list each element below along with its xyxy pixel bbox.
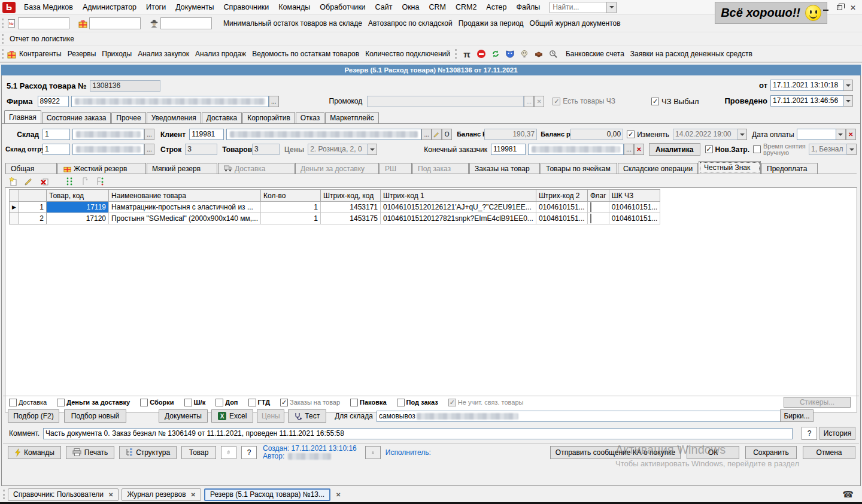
tab-marketpleis[interactable]: Маркетплейс: [325, 112, 379, 123]
firm-code-field[interactable]: 89922: [38, 96, 69, 107]
pechat-button[interactable]: Печать: [66, 446, 114, 459]
proved-date-combo[interactable]: 17.11.2021 13:46:56: [770, 95, 853, 107]
toolbar-button-analiz-prodazh[interactable]: Анализ продаж: [192, 48, 249, 60]
delete-row-button[interactable]: [38, 175, 51, 188]
konechny-picker-button[interactable]: ...: [624, 144, 634, 155]
table-row[interactable]: 2 17120 Простыня "SGMedical" (2000x900x1…: [10, 213, 660, 224]
toolbar-button-rezervy[interactable]: Резервы: [65, 48, 99, 60]
col-shtrihkod2[interactable]: Штрих-код 2: [536, 190, 587, 202]
restore-button[interactable]: [835, 4, 843, 12]
toolbar-grip[interactable]: [2, 34, 4, 44]
sklad-name-field[interactable]: [72, 129, 144, 140]
subtab-dostavka[interactable]: Доставка: [218, 163, 295, 174]
col-kolvo[interactable]: Кол-во: [261, 190, 321, 202]
menu-item-baza-medikov[interactable]: База Медиков: [19, 1, 78, 13]
cell-shk-chz[interactable]: 0104610151...: [609, 213, 660, 224]
check-pakovka[interactable]: Паковка: [350, 399, 387, 406]
tab-close-icon[interactable]: ✕: [191, 491, 196, 498]
col-tovar-kod[interactable]: Товар, код: [47, 190, 109, 202]
search-input[interactable]: [550, 2, 607, 13]
toolbar-button-bank-scheta[interactable]: Банковские счета: [563, 48, 627, 60]
data-oplaty-combo[interactable]: [797, 129, 846, 140]
klient-picker-button[interactable]: ...: [421, 129, 432, 140]
check-dop[interactable]: Доп: [216, 399, 238, 406]
close-button[interactable]: ✕: [849, 4, 857, 12]
sklad-code-field[interactable]: 1: [43, 129, 70, 140]
subtab-pod-zakaz[interactable]: Под заказ: [412, 163, 469, 174]
check-dostavka[interactable]: Доставка: [9, 399, 47, 406]
save-button[interactable]: Сохранить: [745, 446, 797, 459]
birki-button[interactable]: Бирки...: [780, 409, 814, 422]
cancel-button[interactable]: Отмена: [803, 446, 855, 459]
subtab-tovary-po-yacheikam[interactable]: Товары по ячейкам: [541, 163, 617, 174]
proved-date-dropdown-icon[interactable]: [843, 95, 853, 107]
test-button[interactable]: Тест: [288, 409, 326, 423]
refresh-icon[interactable]: [491, 49, 500, 59]
history-button[interactable]: История: [819, 427, 855, 440]
struktura-button[interactable]: Структура: [119, 446, 177, 459]
cell-shtrihkod2[interactable]: 0104610151...: [536, 202, 587, 213]
menu-item-obrabotchiki[interactable]: Обработчики: [315, 1, 370, 13]
menu-item-spravochniki[interactable]: Справочники: [219, 1, 274, 13]
klient-edit-button[interactable]: [432, 129, 442, 140]
doc-date-combo[interactable]: 17.11.2021 13:10:18: [770, 80, 853, 91]
cell-kolvo[interactable]: 1: [261, 202, 321, 213]
chz-out-checkbox[interactable]: ✓ ЧЗ Выбыл: [651, 97, 699, 106]
konechny-code-field[interactable]: 119981: [491, 144, 526, 155]
toolbar-button-obshiy-zhurnal[interactable]: Общий журнал документов: [527, 17, 624, 29]
sklad-otgruzki-code-field[interactable]: 1: [43, 144, 70, 155]
toolbar-button-kontragenty[interactable]: Контрагенты: [16, 48, 65, 60]
expand-groups-icon[interactable]: [94, 175, 107, 188]
book-icon[interactable]: [534, 49, 544, 59]
add-row-button[interactable]: [7, 175, 20, 188]
doc-date-dropdown-icon[interactable]: [843, 80, 853, 91]
komandy-button[interactable]: Команды: [8, 446, 61, 459]
attach-button[interactable]: [221, 446, 236, 459]
tab-close-icon[interactable]: ✕: [108, 491, 113, 498]
cell-shk-chz[interactable]: 0104610151...: [609, 202, 660, 213]
subtab-zhestky-rezerv[interactable]: Жесткий резерв: [57, 163, 146, 174]
menu-item-okna[interactable]: Окна: [397, 1, 424, 13]
toolbar-grip[interactable]: [2, 19, 4, 28]
tab-prochee[interactable]: Прочее: [111, 112, 145, 123]
tab-close-icon[interactable]: ✕: [336, 491, 341, 498]
toolbar-button-avtozapros[interactable]: Автозапрос по складской: [365, 17, 456, 29]
doc-number-filter-input[interactable]: [18, 17, 69, 29]
firm-name-field[interactable]: [71, 96, 269, 107]
komment-field[interactable]: Часть документа 0. Заказ безнал № 130614…: [43, 428, 793, 439]
col-shtrihkod-kod[interactable]: Штрих-код, код: [321, 190, 381, 202]
tab-uvedomleniya[interactable]: Уведомления: [147, 112, 201, 123]
tab-glavnaya[interactable]: Главная: [4, 110, 41, 123]
subtab-skladskie-operacii[interactable]: Складские операции: [618, 163, 698, 174]
minimize-button[interactable]: [821, 4, 830, 12]
tab-otkaz[interactable]: Отказ: [296, 112, 324, 123]
dokumenty-button[interactable]: Документы: [159, 409, 208, 423]
tab-sostoyanie-zakaza[interactable]: Состояние заказа: [42, 112, 111, 123]
analitika-button[interactable]: Аналитика: [649, 143, 700, 156]
tab-korporeitiv[interactable]: Корпорэйтив: [242, 112, 295, 123]
menu-item-administrator[interactable]: Администратор: [78, 1, 141, 13]
group-rows-icon[interactable]: [63, 175, 76, 188]
ok-button[interactable]: ОК: [687, 446, 739, 459]
check-shk[interactable]: Ш/к: [184, 399, 206, 406]
toolbar-button-prihody[interactable]: Приходы: [99, 48, 135, 60]
menu-item-dokumenty[interactable]: Документы: [171, 1, 218, 13]
menu-item-crm2[interactable]: CRM2: [451, 1, 481, 13]
subtab-chestny-znak[interactable]: Честный Знак: [699, 161, 761, 174]
cell-flag[interactable]: [587, 202, 609, 213]
col-flag[interactable]: Флаг: [587, 190, 609, 202]
cell-naimenovanie[interactable]: Простыня "SGMedical" (2000x900x140 мм,..…: [109, 213, 261, 224]
toolbar-grip[interactable]: [2, 49, 4, 59]
phone-icon[interactable]: ☎: [842, 489, 854, 500]
pi-icon[interactable]: π: [462, 49, 472, 59]
toolbar-button-min-ostatok[interactable]: Минимальный остаток товаров на складе: [220, 17, 365, 29]
client-filter-input[interactable]: [160, 17, 212, 29]
no-entry-icon[interactable]: [476, 49, 486, 59]
cell-naimenovanie[interactable]: Наматрацник-простыня с эластичной из ...: [109, 202, 261, 213]
tab-dostavka[interactable]: Доставка: [202, 112, 242, 123]
col-naimenovanie[interactable]: Наименование товара: [109, 190, 261, 202]
flag-checkbox[interactable]: [590, 202, 591, 212]
ungroup-rows-icon[interactable]: [78, 175, 92, 188]
toolbar-grip[interactable]: [455, 49, 457, 59]
help-button[interactable]: ?: [802, 427, 817, 440]
